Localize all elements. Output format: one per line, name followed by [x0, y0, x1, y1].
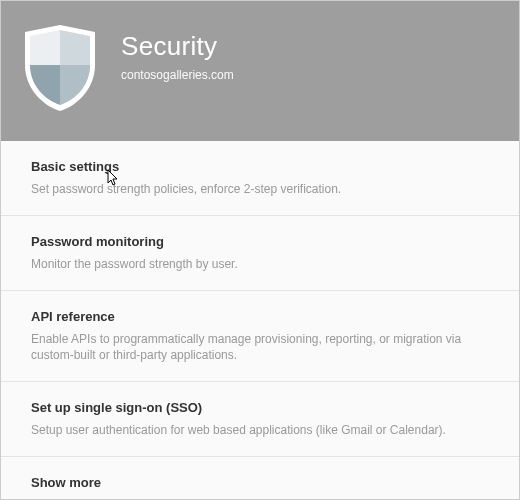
header-text: Security contosogalleries.com — [121, 25, 234, 82]
item-title: Password monitoring — [31, 234, 491, 249]
page-domain: contosogalleries.com — [121, 68, 234, 82]
item-desc: Setup user authentication for web based … — [31, 422, 491, 439]
item-title: Set up single sign-on (SSO) — [31, 400, 491, 415]
item-desc: Monitor the password strength by user. — [31, 256, 491, 273]
page-title: Security — [121, 31, 234, 62]
item-desc: Enable APIs to programmatically manage p… — [31, 331, 491, 365]
item-sso[interactable]: Set up single sign-on (SSO) Setup user a… — [1, 382, 520, 457]
show-more-label: Show more — [31, 475, 491, 490]
show-more-button[interactable]: Show more — [1, 457, 520, 500]
item-title: Basic settings — [31, 159, 491, 174]
item-password-monitoring[interactable]: Password monitoring Monitor the password… — [1, 216, 520, 291]
shield-icon — [23, 25, 97, 111]
item-title: API reference — [31, 309, 491, 324]
item-api-reference[interactable]: API reference Enable APIs to programmati… — [1, 291, 520, 383]
security-header: Security contosogalleries.com — [1, 1, 520, 141]
item-desc: Set password strength policies, enforce … — [31, 181, 491, 198]
settings-list: Basic settings Set password strength pol… — [1, 141, 520, 500]
item-basic-settings[interactable]: Basic settings Set password strength pol… — [1, 141, 520, 216]
